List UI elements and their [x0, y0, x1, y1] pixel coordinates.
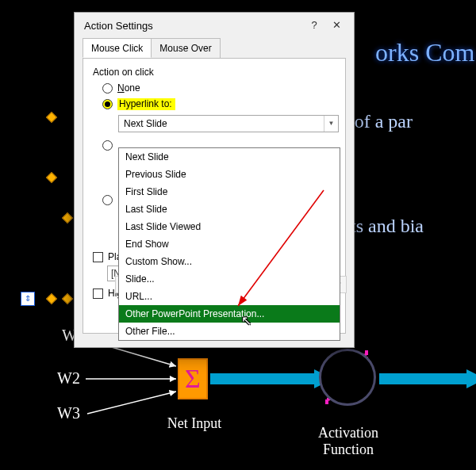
dropdown-item[interactable]: Last Slide [119, 201, 340, 218]
tab-mouse-over[interactable]: Mouse Over [151, 38, 220, 58]
help-button[interactable]: ? [303, 16, 325, 35]
svg-marker-6 [466, 369, 476, 388]
close-button[interactable]: ✕ [325, 16, 347, 35]
titlebar[interactable]: Action Settings ? ✕ [75, 13, 354, 38]
svg-line-2 [87, 392, 176, 414]
tab-panel: Action on click None Hyperlink to: Next … [83, 58, 346, 334]
option-hyperlink[interactable]: Hyperlink to: [102, 98, 337, 110]
activation-caption: Activation Function [313, 425, 384, 458]
dropdown-item[interactable]: First Slide [119, 183, 340, 201]
selection-handle[interactable] [62, 212, 73, 224]
dialog-title: Action Settings [84, 20, 303, 32]
group-label: Action on click [93, 67, 337, 78]
selection-handle[interactable] [46, 172, 57, 183]
selection-handle[interactable] [46, 112, 57, 123]
chevron-down-icon[interactable]: ▼ [324, 116, 338, 132]
w2-label: W2 [57, 369, 80, 388]
radio-none[interactable] [102, 83, 113, 94]
sigma-node: Σ [178, 358, 208, 399]
dropdown-item-selected[interactable]: Other PowerPoint Presentation... [119, 305, 340, 323]
netinput-caption: Net Input [159, 415, 230, 432]
dropdown-item[interactable]: Other File... [119, 323, 340, 340]
checkbox-highlight[interactable] [93, 288, 103, 299]
hyperlink-combo[interactable]: Next Slide ▼ [118, 115, 339, 132]
dropdown-item[interactable]: Previous Slide [119, 166, 340, 183]
selection-handle[interactable] [46, 293, 57, 304]
radio-hyperlink[interactable] [102, 99, 113, 109]
dropdown-item[interactable]: Slide... [119, 270, 340, 288]
checkbox-play[interactable] [93, 252, 103, 262]
hyperlink-dropdown[interactable]: Next Slide Previous Slide First Slide La… [118, 147, 340, 341]
radio-run-program[interactable] [102, 140, 113, 151]
anchor-indicator: ⇕ [21, 292, 35, 306]
tab-mouse-click[interactable]: Mouse Click [83, 38, 152, 58]
dropdown-item[interactable]: Custom Show... [119, 253, 340, 270]
dropdown-item[interactable]: End Show [119, 235, 340, 253]
dropdown-item[interactable]: URL... [119, 288, 340, 305]
option-none[interactable]: None [102, 82, 337, 94]
selection-handle[interactable] [62, 293, 73, 304]
action-settings-dialog: Action Settings ? ✕ Mouse Click Mouse Ov… [74, 12, 355, 348]
w3-label: W3 [57, 404, 80, 422]
radio-run-macro[interactable] [102, 195, 113, 205]
dropdown-item[interactable]: Next Slide [119, 148, 340, 166]
dropdown-item[interactable]: Last Slide Viewed [119, 218, 340, 235]
activation-node [319, 349, 376, 406]
tabstrip: Mouse Click Mouse Over [83, 38, 346, 58]
